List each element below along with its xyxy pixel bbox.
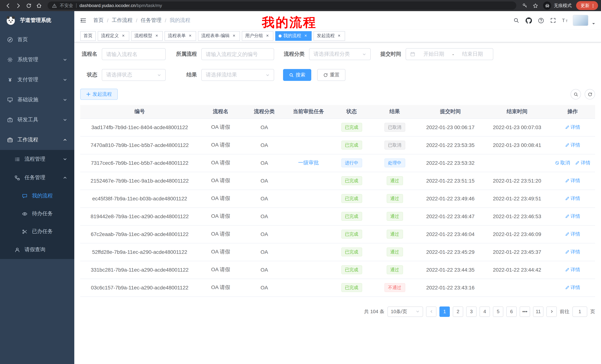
page-number-button[interactable]: 3 xyxy=(466,306,477,317)
avatar-caret-icon[interactable] xyxy=(592,22,595,26)
detail-link[interactable]: 详情 xyxy=(565,249,580,255)
tab-close-icon[interactable]: × xyxy=(121,33,126,38)
sidebar-item-label: 请假查询 xyxy=(25,246,45,253)
tab-close-icon[interactable]: × xyxy=(154,33,159,38)
sidebar-toggle-button[interactable] xyxy=(80,17,87,24)
category-select[interactable]: 请选择流程分类 xyxy=(309,48,371,60)
sidebar-item-payment[interactable]: ¥ 支付管理 xyxy=(0,70,74,90)
bookmark-button[interactable] xyxy=(531,1,540,10)
scissors-icon xyxy=(22,229,28,234)
sidebar-item-label: 系统管理 xyxy=(18,56,38,63)
update-button[interactable]: 更新 xyxy=(576,1,598,10)
create-process-button[interactable]: 发起流程 xyxy=(80,89,118,100)
cell-submit-time: 2022-01-22 23:51:15 xyxy=(417,172,484,190)
navbar: 首页 / 工作流程 / 任务管理 / 我的流程 xyxy=(74,11,601,30)
sidebar-item-system[interactable]: 系统管理 xyxy=(0,50,74,70)
sidebar-item-my-process[interactable]: 我的流程 xyxy=(0,187,74,205)
breadcrumb-item[interactable]: 首页 xyxy=(93,17,104,24)
process-name-input[interactable] xyxy=(106,51,161,57)
page-number-button[interactable]: 11 xyxy=(533,306,543,317)
page-number-button[interactable]: 2 xyxy=(453,306,463,317)
sidebar-item-process-mgmt[interactable]: 流程管理 xyxy=(0,150,74,168)
page-size-select[interactable]: 10条/页 xyxy=(387,306,423,317)
table-row: 3ad174fb-7b9d-11ec-8404-acde48001122 OA … xyxy=(80,118,595,136)
browser-back-button[interactable] xyxy=(3,1,13,10)
tab-close-icon[interactable]: × xyxy=(337,33,342,38)
tab[interactable]: 用户分组 × xyxy=(242,31,273,41)
cell-process-id: 3ad174fb-7b9d-11ec-8404-acde48001122 xyxy=(80,118,199,136)
header-search-button[interactable] xyxy=(511,16,521,25)
sidebar-item-leave-query[interactable]: 请假查询 xyxy=(0,240,74,259)
column-header: 流程分类 xyxy=(242,105,286,118)
table-row: 52ffd28e-7b9a-11ec-a290-acde48001122 OA … xyxy=(80,243,595,261)
detail-link[interactable]: 详情 xyxy=(565,142,580,148)
tab[interactable]: 流程模型 × xyxy=(131,31,163,41)
detail-link[interactable]: 详情 xyxy=(565,213,580,220)
detail-link-label: 详情 xyxy=(571,177,580,184)
monitor-icon xyxy=(7,97,13,103)
next-page-button[interactable] xyxy=(546,306,557,317)
page-number-button[interactable]: 4 xyxy=(480,306,490,317)
browser-refresh-button[interactable] xyxy=(24,1,33,10)
sidebar-item-done-tasks[interactable]: 已办任务 xyxy=(0,223,74,240)
sidebar-item-home[interactable]: 首页 xyxy=(0,30,74,50)
address-bar[interactable]: 不安全 dashboard.yudao.iocoder.cn/bpm/task/… xyxy=(48,1,516,10)
tab[interactable]: 发起流程 × xyxy=(313,31,345,41)
table-row: 7470a810-7b9b-11ec-b5b7-acde48001122 OA … xyxy=(80,136,595,154)
date-range-picker[interactable]: 开始日期 - 结束日期 xyxy=(406,48,493,60)
goto-page-input[interactable] xyxy=(572,306,587,317)
tab-close-icon[interactable]: × xyxy=(188,33,193,38)
detail-link[interactable]: 详情 xyxy=(565,231,580,238)
tab-close-icon[interactable]: × xyxy=(265,33,270,38)
status-tag: 已完成 xyxy=(341,176,362,185)
search-button[interactable]: 搜索 xyxy=(283,69,311,81)
breadcrumb-item[interactable]: 工作流程 xyxy=(112,17,133,24)
tab-close-icon[interactable]: × xyxy=(303,33,308,38)
cell-end-time: 2022-01-23 00:07:03 xyxy=(484,118,550,136)
tab[interactable]: 首页 xyxy=(80,31,96,41)
browser-home-button[interactable] xyxy=(34,1,44,10)
sidebar-item-todo-tasks[interactable]: 待办任务 xyxy=(0,205,74,223)
cell-end-time: 2022-01-22 23:45:37 xyxy=(484,243,550,261)
page-number-button[interactable]: 5 xyxy=(493,306,503,317)
toggle-search-panel-button[interactable] xyxy=(571,89,581,99)
tab[interactable]: 流程定义 × xyxy=(98,31,129,41)
breadcrumb-item[interactable]: 任务管理 xyxy=(141,17,161,24)
page-number-button[interactable]: 1 xyxy=(440,306,450,317)
help-button[interactable] xyxy=(536,16,546,25)
app-logo[interactable]: 芋道管理系统 xyxy=(0,11,74,30)
reset-button[interactable]: 重置 xyxy=(317,69,345,81)
sidebar-item-workflow[interactable]: 工作流程 xyxy=(0,130,74,150)
detail-link[interactable]: 详情 xyxy=(565,284,580,291)
detail-link[interactable]: 详情 xyxy=(565,124,580,131)
page-number-button[interactable]: 6 xyxy=(506,306,517,317)
avatar[interactable] xyxy=(573,15,588,26)
sidebar-item-devtools[interactable]: 研发工具 xyxy=(0,110,74,130)
fullscreen-button[interactable] xyxy=(548,16,558,25)
tab[interactable]: 流程表单-编辑 × xyxy=(198,31,240,41)
browser-forward-button[interactable] xyxy=(13,1,23,10)
result-select[interactable]: 请选择流结果 xyxy=(201,69,274,81)
prev-page-button[interactable] xyxy=(426,306,436,317)
incognito-label: 无痕模式 xyxy=(554,2,572,9)
status-tag: 已完成 xyxy=(341,123,362,132)
password-key-button[interactable] xyxy=(520,1,530,10)
cell-category: OA xyxy=(242,190,286,207)
sidebar-item-infra[interactable]: 基础设施 xyxy=(0,90,74,110)
github-link[interactable] xyxy=(524,16,533,25)
detail-link[interactable]: 详情 xyxy=(565,195,580,202)
tab[interactable]: 流程表单 × xyxy=(165,31,196,41)
tab-close-icon[interactable]: × xyxy=(231,33,237,38)
refresh-table-button[interactable] xyxy=(585,89,595,99)
detail-link[interactable]: 详情 xyxy=(565,177,580,184)
cancel-link[interactable]: 取消 xyxy=(555,160,570,166)
process-def-input[interactable] xyxy=(206,51,270,57)
status-select[interactable]: 请选择状态 xyxy=(102,69,166,81)
current-task-link[interactable]: 一级审批 xyxy=(298,160,319,165)
sidebar-item-task-mgmt[interactable]: 任务管理 xyxy=(0,168,74,187)
font-size-button[interactable]: TT xyxy=(561,16,570,25)
page-number-button[interactable]: ••• xyxy=(520,306,530,317)
detail-link[interactable]: 详情 xyxy=(575,160,591,166)
tab[interactable]: 我的流程 × xyxy=(275,31,312,41)
detail-link[interactable]: 详情 xyxy=(565,266,580,273)
